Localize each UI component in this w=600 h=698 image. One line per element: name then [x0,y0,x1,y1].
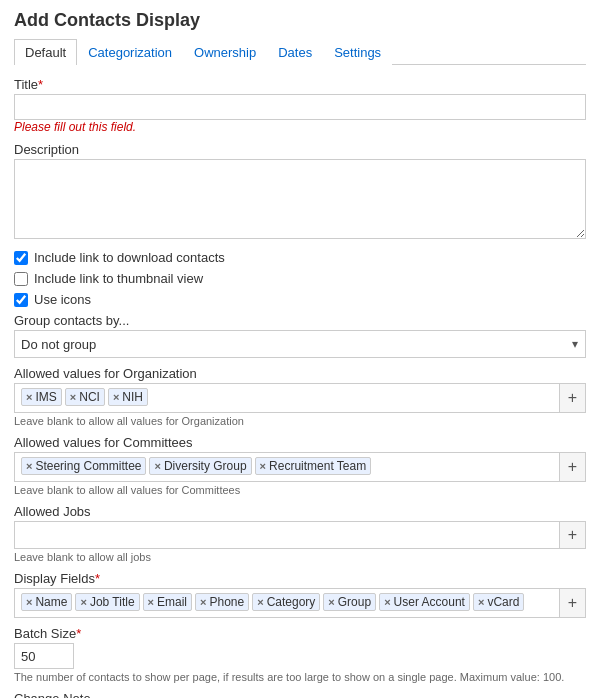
tab-bar: Default Categorization Ownership Dates S… [14,39,586,65]
tab-ownership[interactable]: Ownership [183,39,267,65]
include-download-label: Include link to download contacts [34,250,225,265]
jobs-label: Allowed Jobs [14,504,586,519]
tag-name-remove[interactable]: × [26,596,32,608]
committees-hint: Leave blank to allow all values for Comm… [14,484,586,496]
committees-group: Allowed values for Committees ×Steering … [14,435,586,496]
tab-default[interactable]: Default [14,39,77,65]
group-contacts-group: Group contacts by... Do not group [14,313,586,358]
include-download-checkbox[interactable] [14,251,28,265]
description-label: Description [14,142,586,157]
tag-category[interactable]: ×Category [252,593,320,611]
org-tag-input[interactable]: ×IMS ×NCI ×NIH [14,383,560,413]
title-label: Title* [14,77,586,92]
org-label: Allowed values for Organization [14,366,586,381]
tag-email-remove[interactable]: × [148,596,154,608]
batch-size-group: Batch Size* The number of contacts to sh… [14,626,586,683]
jobs-tag-input[interactable] [14,521,560,549]
tag-email[interactable]: ×Email [143,593,192,611]
jobs-group: Allowed Jobs + Leave blank to allow all … [14,504,586,563]
title-group: Title* Please fill out this field. [14,77,586,134]
tag-name[interactable]: ×Name [21,593,72,611]
committees-add-button[interactable]: + [560,452,586,482]
tag-vcard[interactable]: ×vCard [473,593,524,611]
include-thumbnail-row: Include link to thumbnail view [14,271,586,286]
use-icons-row: Use icons [14,292,586,307]
include-thumbnail-checkbox[interactable] [14,272,28,286]
batch-size-input[interactable] [14,643,74,669]
change-note-group: Change Note Enter a comment that describ… [14,691,586,698]
tag-nih[interactable]: ×NIH [108,388,148,406]
committees-label: Allowed values for Committees [14,435,586,450]
display-fields-add-button[interactable]: + [560,588,586,618]
group-contacts-label: Group contacts by... [14,313,586,328]
page-title: Add Contacts Display [14,10,586,31]
title-error: Please fill out this field. [14,120,586,134]
committees-field-with-add: ×Steering Committee ×Diversity Group ×Re… [14,452,586,482]
committees-tag-input[interactable]: ×Steering Committee ×Diversity Group ×Re… [14,452,560,482]
display-fields-tag-input[interactable]: ×Name ×Job Title ×Email ×Phone ×Category… [14,588,560,618]
tag-nci[interactable]: ×NCI [65,388,105,406]
tag-steering[interactable]: ×Steering Committee [21,457,146,475]
display-fields-label: Display Fields* [14,571,586,586]
description-input[interactable] [14,159,586,239]
tag-ims-remove[interactable]: × [26,391,32,403]
org-group: Allowed values for Organization ×IMS ×NC… [14,366,586,427]
group-contacts-select[interactable]: Do not group [14,330,586,358]
tag-category-remove[interactable]: × [257,596,263,608]
tag-nih-remove[interactable]: × [113,391,119,403]
jobs-field-with-add: + [14,521,586,549]
tag-vcard-remove[interactable]: × [478,596,484,608]
tag-group[interactable]: ×Group [323,593,376,611]
batch-size-label: Batch Size* [14,626,586,641]
tag-jobtitle-remove[interactable]: × [80,596,86,608]
display-fields-with-add: ×Name ×Job Title ×Email ×Phone ×Category… [14,588,586,618]
tag-diversity-remove[interactable]: × [154,460,160,472]
tag-steering-remove[interactable]: × [26,460,32,472]
tab-dates[interactable]: Dates [267,39,323,65]
tag-recruitment[interactable]: ×Recruitment Team [255,457,372,475]
tag-diversity[interactable]: ×Diversity Group [149,457,251,475]
org-field-with-add: ×IMS ×NCI ×NIH + [14,383,586,413]
description-group: Description [14,142,586,242]
tag-ims[interactable]: ×IMS [21,388,62,406]
jobs-hint: Leave blank to allow all jobs [14,551,586,563]
org-add-button[interactable]: + [560,383,586,413]
use-icons-label: Use icons [34,292,91,307]
tab-categorization[interactable]: Categorization [77,39,183,65]
tag-group-remove[interactable]: × [328,596,334,608]
use-icons-checkbox[interactable] [14,293,28,307]
title-input[interactable] [14,94,586,120]
tag-phone[interactable]: ×Phone [195,593,249,611]
jobs-add-button[interactable]: + [560,521,586,549]
batch-size-hint: The number of contacts to show per page,… [14,671,586,683]
org-hint: Leave blank to allow all values for Orga… [14,415,586,427]
tag-jobtitle[interactable]: ×Job Title [75,593,139,611]
change-note-label: Change Note [14,691,586,698]
tag-phone-remove[interactable]: × [200,596,206,608]
tag-useraccount-remove[interactable]: × [384,596,390,608]
tab-settings[interactable]: Settings [323,39,392,65]
tag-nci-remove[interactable]: × [70,391,76,403]
tag-useraccount[interactable]: ×User Account [379,593,470,611]
include-download-row: Include link to download contacts [14,250,586,265]
include-thumbnail-label: Include link to thumbnail view [34,271,203,286]
tag-recruitment-remove[interactable]: × [260,460,266,472]
display-fields-group: Display Fields* ×Name ×Job Title ×Email … [14,571,586,618]
